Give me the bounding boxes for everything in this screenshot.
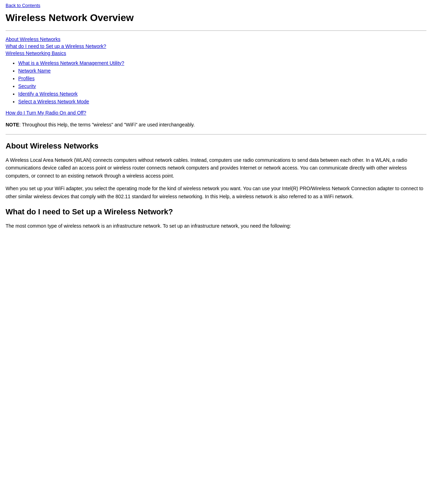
toc-link-radio[interactable]: How do I Turn My Radio On and Off? <box>6 110 426 116</box>
toc-sub-link-network-name[interactable]: Network Name <box>18 68 51 74</box>
list-item: Identify a Wireless Network <box>18 91 426 97</box>
toc-sub-link-profiles[interactable]: Profiles <box>18 76 35 81</box>
back-to-contents-anchor[interactable]: Back to Contents <box>6 3 40 8</box>
note-text: : Throughout this Help, the terms "wirel… <box>19 122 195 127</box>
about-paragraph-2: When you set up your WiFi adapter, you s… <box>6 185 426 200</box>
toc-sub-link-utility[interactable]: What is a Wireless Network Management Ut… <box>18 60 124 66</box>
divider-top <box>6 30 426 31</box>
toc-section: About Wireless Networks What do I need t… <box>6 36 426 116</box>
list-item: Security <box>18 83 426 89</box>
list-item: Profiles <box>18 76 426 81</box>
toc-sub-link-select-mode[interactable]: Select a Wireless Network Mode <box>18 99 89 104</box>
about-body: A Wireless Local Area Network (WLAN) con… <box>6 156 426 200</box>
note-section: NOTE: Throughout this Help, the terms "w… <box>6 121 426 129</box>
note-bold: NOTE <box>6 122 19 127</box>
about-heading: About Wireless Networks <box>6 141 426 151</box>
toc-link-setup[interactable]: What do I need to Set up a Wireless Netw… <box>6 43 426 49</box>
toc-sub-list: What is a Wireless Network Management Ut… <box>18 60 426 104</box>
toc-link-basics[interactable]: Wireless Networking Basics <box>6 50 426 56</box>
toc-link-about[interactable]: About Wireless Networks <box>6 36 426 42</box>
about-wireless-networks-section: About Wireless Networks A Wireless Local… <box>6 141 426 200</box>
back-to-contents-link[interactable]: Back to Contents <box>6 3 426 8</box>
list-item: What is a Wireless Network Management Ut… <box>18 60 426 66</box>
toc-sub-link-identify[interactable]: Identify a Wireless Network <box>18 91 78 97</box>
setup-heading: What do I need to Set up a Wireless Netw… <box>6 207 426 216</box>
toc-sub-link-security[interactable]: Security <box>18 83 36 89</box>
list-item: Network Name <box>18 68 426 74</box>
page-title: Wireless Network Overview <box>6 12 426 23</box>
setup-paragraph-1: The most common type of wireless network… <box>6 222 426 230</box>
setup-body: The most common type of wireless network… <box>6 222 426 230</box>
what-do-i-need-section: What do I need to Set up a Wireless Netw… <box>6 207 426 230</box>
list-item: Select a Wireless Network Mode <box>18 99 426 104</box>
about-paragraph-1: A Wireless Local Area Network (WLAN) con… <box>6 156 426 180</box>
divider-middle <box>6 134 426 134</box>
